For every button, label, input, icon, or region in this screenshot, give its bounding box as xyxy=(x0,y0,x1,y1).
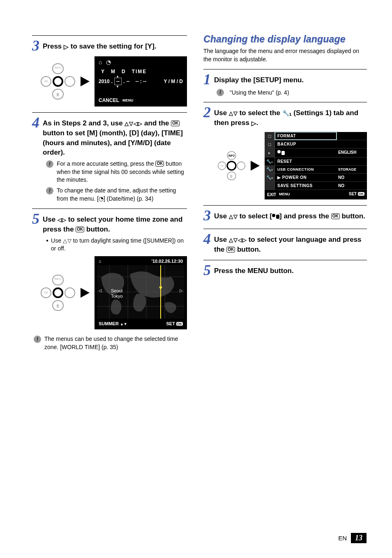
right-triangle-icon xyxy=(64,42,69,51)
svg-text:OK: OK xyxy=(220,164,224,167)
svg-rect-29 xyxy=(237,162,245,169)
city1: Seoul xyxy=(111,288,123,294)
ud-icon xyxy=(63,238,71,243)
svg-text:🗑: 🗑 xyxy=(230,174,233,178)
dpad-lcd-figure-2: INFO OK 🗑 ⌂ '10.02.26.12:30 xyxy=(40,256,187,329)
menu-savesettings: SAVE SETTINGS xyxy=(275,182,337,190)
menu-usb: USB CONNECTION xyxy=(275,166,337,173)
lang-code: EN xyxy=(338,535,347,542)
val-order: Y / M / D xyxy=(164,79,183,84)
menu-language xyxy=(275,148,337,157)
note-icon: ! xyxy=(217,89,224,96)
clock-icon: ◔ xyxy=(106,59,111,65)
step-number: 1 xyxy=(203,72,211,87)
exit-label: EXIT xyxy=(267,192,276,197)
svg-rect-3 xyxy=(65,76,75,86)
bullet-icon: ● xyxy=(46,238,48,243)
step-2-right: 2 Use to select the 🔧₁ (Settings 1) tab … xyxy=(203,105,367,128)
page-number: 13 xyxy=(351,533,367,543)
ud-icon xyxy=(229,111,238,116)
step-5-left: 5 Use to select your home time zone and … xyxy=(32,211,187,234)
tab-video-icon: ◻ xyxy=(265,140,275,148)
dpad-icon: INFO OK 🗑 xyxy=(217,150,246,181)
page-footer: EN 13 xyxy=(338,533,367,543)
ok-icon: OK xyxy=(226,247,235,252)
ok-icon: OK xyxy=(76,227,84,232)
ok-icon: OK xyxy=(331,213,340,219)
ok-icon: OK xyxy=(171,120,180,126)
note-icon: ! xyxy=(46,160,53,168)
language-icon xyxy=(277,150,285,155)
step-number: 4 xyxy=(203,232,211,246)
step-3-left: 3 Press to save the setting for [Y]. xyxy=(32,38,187,53)
dpad-icon: INFO OK 🗑 xyxy=(40,63,76,100)
dpad-lcd-figure-1: INFO OK 🗑 ⌂ ◔ Y xyxy=(40,56,187,107)
menu-poweron: ▶ POWER ON xyxy=(275,174,337,181)
ok-icon: OK xyxy=(155,161,164,167)
step-4-right: 4 Use to select your language and press … xyxy=(203,232,367,255)
hdr-time: TIME xyxy=(132,69,147,74)
summer-label: SUMMER xyxy=(99,321,119,326)
udlr-icon xyxy=(125,121,142,126)
val-year: 2010 xyxy=(99,79,110,84)
val-time: -- : -- xyxy=(135,79,146,84)
step-number: 2 xyxy=(203,105,211,120)
hdr-y: Y xyxy=(101,69,105,74)
arrow-right-icon xyxy=(81,76,90,86)
step-4-left: 4 As in Steps 2 and 3, use and the OK bu… xyxy=(32,115,187,157)
s4-a: As in Steps 2 and 3, use xyxy=(43,119,125,127)
step-3-right: 3 Use to select [] and press the OK butt… xyxy=(203,208,367,223)
note-icon: ! xyxy=(46,187,53,194)
note-worldtime: ! The menus can be used to change the se… xyxy=(34,335,187,351)
bullet-summer: ● Use to turn daylight saving time ([SUM… xyxy=(46,237,187,253)
lcd-worldtime: ⌂ '10.02.26.12:30 xyxy=(95,256,187,329)
s4-b: and the xyxy=(142,119,171,127)
s4-c: button to set [M] (month), [D] (day), [T… xyxy=(43,129,183,157)
sub-using-menu: ! "Using the Menu" (p. 4) xyxy=(217,88,367,96)
svg-text:INFO: INFO xyxy=(55,278,62,280)
step-number: 5 xyxy=(203,263,211,278)
svg-point-4 xyxy=(53,77,62,86)
tab-settings3-icon: 🔧₃ xyxy=(265,174,275,181)
svg-point-30 xyxy=(227,161,236,170)
page: 3 Press to save the setting for [Y]. xyxy=(0,0,392,558)
val-day: -- xyxy=(126,79,129,84)
step-5-right: 5 Press the MENU button. xyxy=(203,263,367,278)
left-column: 3 Press to save the setting for [Y]. xyxy=(32,32,187,354)
section-heading: Changing the display language xyxy=(203,34,367,45)
svg-text:OK: OK xyxy=(44,291,48,294)
left-scroll-icon: ◁ xyxy=(99,288,102,293)
ok-small-icon: OK xyxy=(176,322,183,326)
lcd-datetime: ⌂ ◔ Y M D TIME 2010 xyxy=(95,56,187,107)
arrow-right-icon xyxy=(81,288,90,298)
clock-icon: ◔ xyxy=(99,195,104,202)
intro-text: The language for the menu and error mess… xyxy=(203,47,367,63)
home-icon: ⌂ xyxy=(99,59,102,65)
val-month-selected: -- xyxy=(114,78,122,85)
right-scroll-icon: ▷ xyxy=(180,288,183,293)
step-number: 3 xyxy=(32,38,39,53)
menu-pill: MENU xyxy=(121,98,135,103)
hdr-d: D xyxy=(122,69,126,74)
ud-icon xyxy=(229,214,238,219)
city2: Tokyo xyxy=(111,294,123,299)
svg-text:INFO: INFO xyxy=(55,66,62,69)
svg-point-12 xyxy=(53,288,62,297)
lr-icon xyxy=(58,217,66,222)
step-1-right: 1 Display the [SETUP] menu. xyxy=(203,72,367,87)
set-label: SET xyxy=(349,192,357,196)
right-triangle-icon xyxy=(251,119,256,127)
lcd-datetime: '10.02.26.12:30 xyxy=(151,259,183,264)
lcd-setup-menu: ◻ FORMAT ◻ BACKUP ▸ ENGLISH xyxy=(265,132,367,199)
setup-figure: INFO OK 🗑 ◻ FORMAT ◻ BACKUP xyxy=(217,132,367,199)
step3-text-b: to save the setting for [Y]. xyxy=(69,42,156,50)
right-column: Changing the display language The langua… xyxy=(203,32,367,354)
svg-rect-11 xyxy=(65,288,75,298)
step-number: 3 xyxy=(203,208,211,223)
hdr-m: M xyxy=(111,69,116,74)
step-number: 4 xyxy=(32,115,39,130)
tab-settings1-icon: 🔧₁ xyxy=(265,157,275,165)
tab-play-icon: ▸ xyxy=(265,148,275,157)
arrow-right-icon xyxy=(251,161,260,171)
dpad-icon: INFO OK 🗑 xyxy=(40,274,76,311)
